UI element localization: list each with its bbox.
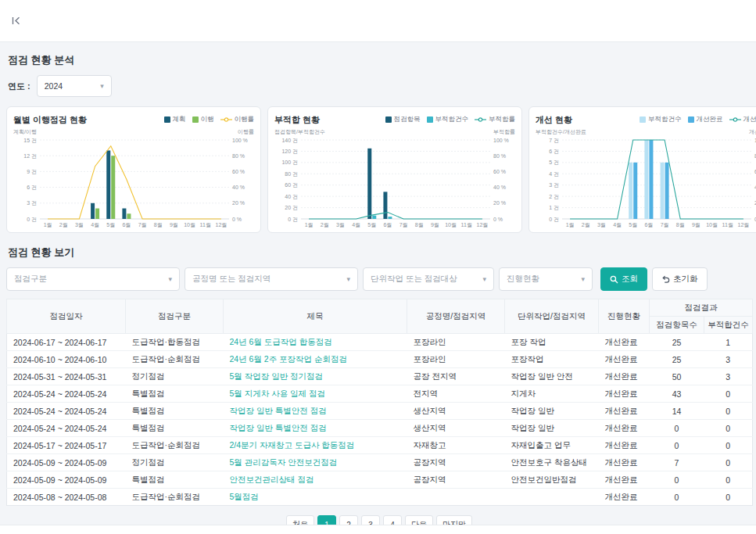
legend-label: 계획 — [173, 115, 186, 124]
svg-text:4월: 4월 — [613, 222, 622, 228]
svg-text:0 %: 0 % — [232, 217, 242, 222]
inspection-title-link[interactable]: 5월 작업장 일반 정기점검 — [230, 371, 324, 381]
cell-unit: 지게차 — [505, 385, 599, 403]
table-row: 2024-06-17 ~ 2024-06-17도급작업·합동점검24년 6월 도… — [7, 334, 753, 351]
inspection-title-link[interactable]: 안전보건관리상태 점검 — [230, 475, 314, 484]
col-header-result-group: 점검결과 — [650, 299, 753, 317]
inspection-title-link[interactable]: 5월 지게차 사용 일제 점검 — [230, 389, 326, 398]
cell-date: 2024-05-24 ~ 2024-05-24 — [7, 403, 126, 420]
svg-text:7월: 7월 — [399, 222, 408, 228]
legend-item: 부적합건수 — [427, 115, 469, 124]
chart-canvas: 점검항목/부적합건수부적합률140 건120 건100 건80 건60 건40 … — [274, 127, 515, 229]
svg-text:2 건: 2 건 — [549, 194, 559, 199]
inspection-title-link[interactable]: 작업장 일반 특별안전 점검 — [230, 406, 327, 415]
chart-canvas: 계획/이행이행률15 건12 건9 건6 건3 건0 건100 %80 %60 … — [13, 127, 254, 229]
chart-legend: 점검항목부적합건수부적합률 — [385, 115, 516, 124]
cell-unit: 포장 작업 — [505, 334, 599, 351]
inspection-title-link[interactable]: 24년 6월 2주 포장작업 순회점검 — [230, 354, 348, 364]
page-number-button-2[interactable]: 2 — [339, 515, 358, 525]
chart-plot-area: 계획/이행이행률15 건12 건9 건6 건3 건0 건100 %80 %60 … — [13, 127, 254, 229]
legend-label: 부적합률 — [489, 115, 515, 124]
filter-select-3[interactable]: 진행현황▾ — [499, 267, 593, 291]
inspection-title-link[interactable]: 24년 6월 도급작업 합동점검 — [230, 337, 332, 346]
svg-text:부적합건수/개선완료: 부적합건수/개선완료 — [536, 129, 586, 134]
svg-text:0 건: 0 건 — [549, 217, 559, 222]
svg-text:2월: 2월 — [582, 222, 590, 228]
svg-text:8월: 8월 — [676, 222, 685, 228]
page-last-button[interactable]: 마지막 — [436, 515, 472, 525]
cell-date: 2024-05-24 ~ 2024-05-24 — [7, 385, 126, 403]
svg-text:1월: 1월 — [566, 222, 575, 228]
legend-item: 개선이행률 — [729, 115, 756, 124]
filter-select-1[interactable]: 공정명 또는 점검지역▾ — [185, 267, 358, 291]
cell-category: 정기점검 — [126, 454, 224, 471]
page-first-button[interactable]: 처음 — [286, 515, 314, 525]
svg-text:4월: 4월 — [91, 222, 99, 228]
svg-text:9월: 9월 — [431, 222, 439, 228]
page-next-button[interactable]: 다음 — [405, 515, 433, 525]
charts-row: 월별 이행점검 현황계획이행이행률계획/이행이행률15 건12 건9 건6 건3… — [6, 106, 756, 233]
cell-status: 개선완료 — [599, 489, 650, 506]
page-number-button-1[interactable]: 1 — [317, 515, 336, 525]
sidebar-collapse-button[interactable] — [11, 16, 21, 25]
cell-date: 2024-05-24 ~ 2024-05-24 — [7, 420, 126, 437]
page-number-button-3[interactable]: 3 — [361, 515, 380, 525]
year-label: 연도 : — [8, 81, 30, 92]
svg-text:개선이행률: 개선이행률 — [749, 129, 756, 135]
filter-select-placeholder: 진행현황 — [507, 274, 539, 285]
legend-swatch-icon — [427, 116, 433, 123]
legend-line-icon — [729, 116, 741, 123]
svg-text:9 건: 9 건 — [27, 169, 37, 174]
cell-category: 도급작업·순회점검 — [126, 437, 224, 454]
analysis-section-title: 점검 현황 분석 — [8, 53, 754, 67]
cell-title: 24년 6월 2주 포장작업 순회점검 — [224, 351, 407, 368]
svg-text:11월: 11월 — [722, 222, 733, 228]
svg-text:100 건: 100 건 — [281, 159, 298, 165]
inspection-title-link[interactable]: 2/4분기 자재창고 도급사 합동점검 — [230, 440, 355, 450]
page-number-button-4[interactable]: 4 — [383, 515, 402, 525]
cell-category: 도급작업·순회점검 — [126, 489, 224, 506]
legend-item: 이행 — [192, 115, 214, 124]
legend-label: 개선이행률 — [743, 115, 756, 124]
chevron-down-icon: ▾ — [482, 275, 486, 283]
cell-items: 25 — [650, 351, 704, 368]
cell-unit: 작업장 일반 안전 — [505, 368, 599, 385]
svg-text:5월: 5월 — [629, 222, 637, 228]
reset-button[interactable]: 초기화 — [652, 267, 708, 291]
svg-text:점검항목/부적합건수: 점검항목/부적합건수 — [274, 129, 325, 134]
cell-items: 25 — [650, 334, 704, 351]
svg-text:100 %: 100 % — [493, 138, 509, 143]
filter-select-2[interactable]: 단위작업 또는 점검대상▾ — [363, 267, 494, 291]
table-row: 2024-05-09 ~ 2024-05-09정기점검5월 관리감독자 안전보건… — [7, 454, 753, 471]
year-select[interactable]: 2024 ▾ — [37, 75, 112, 97]
cell-nonconf: 3 — [704, 368, 753, 385]
cell-status: 개선완료 — [599, 454, 650, 471]
cell-unit: 자재입출고 업무 — [505, 437, 599, 454]
legend-item: 부적합건수 — [640, 115, 682, 124]
cell-items: 50 — [650, 368, 704, 385]
cell-nonconf: 0 — [704, 454, 753, 471]
cell-category: 특별점검 — [126, 403, 224, 420]
chart-plot-area: 점검항목/부적합건수부적합률140 건120 건100 건80 건60 건40 … — [274, 127, 515, 229]
chart-title: 부적합 현황 — [274, 114, 320, 126]
filter-select-0[interactable]: 점검구분▾ — [6, 267, 180, 291]
chart-card: 월별 이행점검 현황계획이행이행률계획/이행이행률15 건12 건9 건6 건3… — [6, 106, 261, 233]
inspection-title-link[interactable]: 5월 관리감독자 안전보건점검 — [230, 457, 338, 467]
cell-status: 개선완료 — [599, 334, 650, 351]
cell-date: 2024-06-17 ~ 2024-06-17 — [7, 334, 126, 351]
svg-text:20 건: 20 건 — [285, 205, 298, 210]
cell-area: 공장지역 — [407, 471, 505, 489]
reset-button-label: 초기화 — [673, 274, 698, 285]
filter-select-placeholder: 점검구분 — [14, 274, 47, 285]
inspection-table: 점검일자 점검구분 제목 공정명/점검지역 단위작업/점검지역 진행현황 점검결… — [6, 299, 753, 506]
inspection-title-link[interactable]: 5월점검 — [230, 492, 259, 501]
cell-status: 개선완료 — [599, 471, 650, 489]
main-content: 점검 현황 분석 연도 : 2024 ▾ 월별 이행점검 현황계획이행이행률계획… — [0, 42, 756, 525]
cell-date: 2024-05-17 ~ 2024-05-17 — [7, 437, 126, 454]
inspection-title-link[interactable]: 작업장 일반 특별안전 점검 — [230, 423, 327, 432]
cell-category: 도급작업·합동점검 — [126, 334, 224, 351]
svg-text:12월: 12월 — [477, 222, 489, 228]
search-button[interactable]: 조회 — [600, 267, 647, 291]
svg-text:10월: 10월 — [706, 222, 718, 228]
cell-date: 2024-05-31 ~ 2024-05-31 — [7, 368, 126, 385]
